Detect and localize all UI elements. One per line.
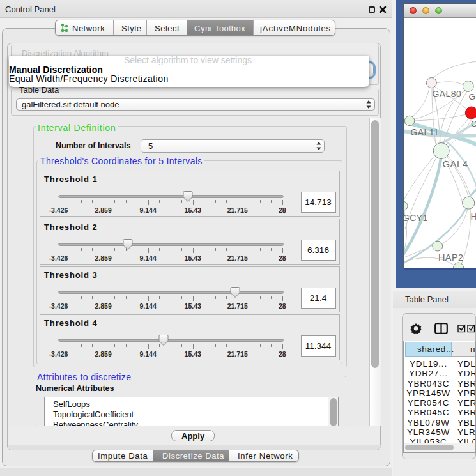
svg-text:H: H — [471, 211, 476, 222]
svg-text:GAL4: GAL4 — [443, 158, 468, 169]
svg-text:GCY1: GCY1 — [404, 213, 428, 223]
svg-text:HAP2: HAP2 — [438, 252, 463, 263]
svg-text:G..: G.. — [469, 92, 476, 102]
svg-text:GAL11: GAL11 — [411, 127, 440, 137]
svg-text:GAL80: GAL80 — [433, 89, 462, 99]
svg-text:C: C — [471, 119, 476, 128]
